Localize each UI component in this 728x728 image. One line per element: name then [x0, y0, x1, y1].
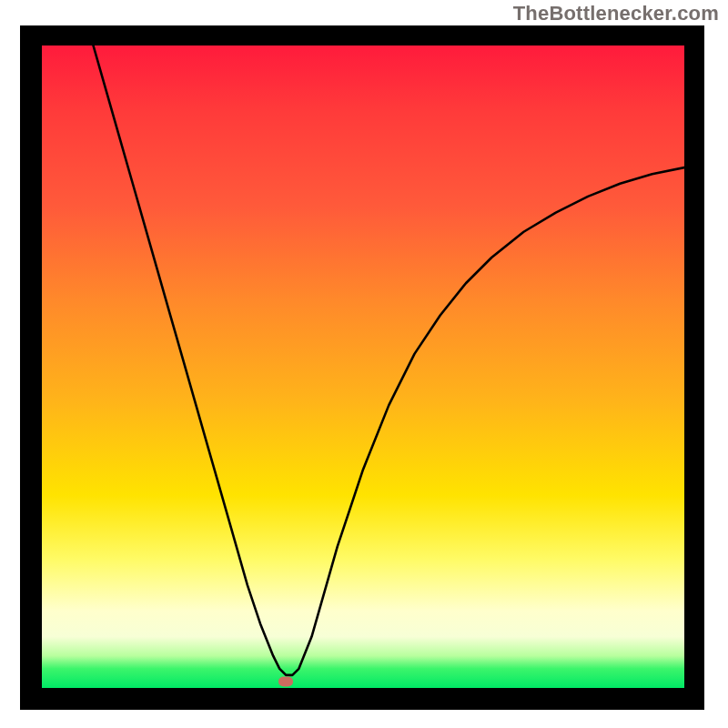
attribution-label: TheBottlenecker.com	[513, 2, 719, 25]
chart-container: TheBottlenecker.com	[0, 0, 728, 728]
bottleneck-curve	[93, 46, 684, 675]
optimum-marker	[278, 676, 293, 686]
curve-svg	[42, 46, 684, 688]
plot-area	[42, 46, 684, 688]
